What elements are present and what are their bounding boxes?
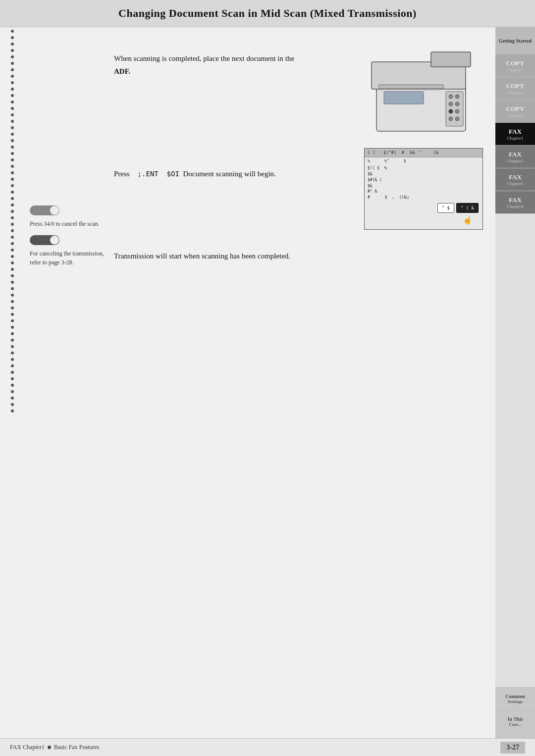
svg-point-6 — [449, 102, 453, 106]
bullet-dot — [11, 294, 14, 297]
images-column: ( ( $)"#( # %& '' (& % %" $ $!( $ % $& — [359, 37, 488, 751]
bullet-dot — [11, 409, 14, 412]
panel-row4: $& — [365, 171, 482, 177]
finger-icon: ☝ — [365, 215, 482, 225]
bullet-dot — [11, 107, 14, 110]
bullet-dot — [11, 390, 14, 393]
notes-column: Press 34/0 to cancel the scan. For cance… — [25, 37, 109, 751]
bullet-dot — [11, 158, 14, 161]
step-1-text: When scanning is completed, place the ne… — [114, 52, 354, 78]
sidebar-item-fax3[interactable]: FAX Chapter3 — [495, 168, 535, 191]
step-2-text: Press ;.ENT $OI Document scanning will b… — [114, 167, 354, 180]
panel-button-row: " $ " ( & — [365, 201, 482, 215]
sidebar-item-fax2[interactable]: FAX Chapter2 — [495, 146, 535, 168]
bullet-dot — [11, 68, 14, 71]
bullet-dot — [11, 306, 14, 309]
bullet-dot — [11, 197, 14, 200]
bullet-dot — [11, 261, 14, 264]
bullet-dot — [11, 171, 14, 174]
bullet-dot — [11, 43, 14, 46]
sidebar-item-common-settings[interactable]: Common Settings — [495, 688, 535, 710]
bullet-dot — [11, 358, 14, 361]
bullet-dot — [11, 364, 14, 367]
sidebar-item-copy3[interactable]: COPY Chapter3 — [495, 100, 535, 123]
main-area: Press 34/0 to cancel the scan. For cance… — [25, 27, 495, 756]
svg-point-11 — [455, 117, 459, 121]
bullet-dot — [11, 133, 14, 136]
steps-column: When scanning is completed, place the ne… — [109, 37, 359, 751]
bullet-dot — [11, 352, 14, 354]
bullet-dot — [11, 229, 14, 232]
bullet-dot — [11, 216, 14, 219]
bullet-dot — [11, 55, 14, 58]
panel-btn-2[interactable]: " ( & — [456, 203, 479, 213]
bullet-dot — [11, 384, 14, 387]
bullet-dot — [11, 223, 14, 226]
sidebar-item-copy1[interactable]: COPY Chapter1 — [495, 54, 535, 77]
bullet-dot — [11, 152, 14, 155]
bullet-dot — [11, 178, 14, 181]
sidebar-item-in-this-case[interactable]: In This Case... — [495, 710, 535, 733]
sidebar-item-fax1[interactable]: FAX Chapter1 — [495, 123, 535, 146]
note-1-toggle-icon — [30, 205, 59, 215]
svg-rect-12 — [379, 85, 443, 89]
bullet-dot — [11, 146, 14, 149]
panel-row2: % %" $ — [365, 157, 482, 165]
bullet-dot — [11, 287, 14, 290]
svg-rect-2 — [431, 52, 471, 67]
bullet-dot — [11, 397, 14, 400]
bullet-dot — [11, 236, 14, 239]
bullet-dot — [11, 36, 14, 39]
svg-rect-13 — [384, 92, 424, 104]
left-dots-column — [0, 27, 25, 756]
footer-info: FAX Chapter1 Basic Fax Features — [10, 744, 99, 751]
panel-row5: $#(& ( — [365, 177, 482, 183]
bullet-dot — [11, 62, 14, 65]
page-footer: FAX Chapter1 Basic Fax Features 3-27 — [0, 738, 535, 756]
bullet-dot — [11, 210, 14, 213]
panel-row6: $& — [365, 183, 482, 189]
panel-btn-1: " $ — [437, 203, 454, 213]
bullet-dot — [11, 126, 14, 129]
bullet-dot — [11, 274, 14, 277]
bullet-dot — [11, 81, 14, 84]
step-3-text: Transmission will start when scanning ha… — [114, 250, 354, 262]
bullet-dot — [11, 165, 14, 168]
svg-rect-3 — [446, 92, 463, 126]
panel-top-row: ( ( $)"#( # %& '' (& — [365, 149, 482, 157]
bullet-dot — [11, 139, 14, 142]
page-title: Changing Document Scan in Mid Scan (Mixe… — [118, 7, 417, 19]
bullet-dot — [11, 75, 14, 78]
sidebar-item-fax4[interactable]: FAX Chapter4 — [495, 191, 535, 214]
bullet-dot — [11, 88, 14, 91]
content-body: Press 34/0 to cancel the scan. For cance… — [0, 27, 535, 756]
bullet-dot — [11, 94, 14, 97]
svg-point-9 — [455, 109, 459, 113]
svg-point-10 — [449, 117, 453, 121]
note-2-toggle-icon — [30, 235, 59, 245]
bullet-dot — [11, 203, 14, 206]
panel-row3: $!( $ % — [365, 165, 482, 171]
bullet-dot — [11, 120, 14, 123]
bullet-dot — [11, 113, 14, 116]
scanner-svg — [367, 47, 481, 136]
bullet-dot — [11, 255, 14, 258]
bullet-dot — [11, 326, 14, 329]
panel-row8: #$ , ((&□ — [365, 194, 482, 201]
page-layout: Changing Document Scan in Mid Scan (Mixe… — [0, 0, 535, 756]
bullet-dot — [11, 281, 14, 284]
note-2-box: For canceling the transmission, refer to… — [30, 235, 109, 267]
sidebar-item-copy2[interactable]: COPY Chapter2 — [495, 77, 535, 100]
note-2-text: For canceling the transmission, refer to… — [30, 249, 109, 267]
bullet-dot — [11, 30, 14, 33]
step-2-section: Press ;.ENT $OI Document scanning will b… — [114, 167, 354, 180]
bullet-dot — [11, 300, 14, 303]
step-3-section: Transmission will start when scanning ha… — [114, 250, 354, 262]
svg-point-7 — [455, 102, 459, 106]
bullet-dot — [11, 49, 14, 52]
sidebar-item-getting-started[interactable]: Getting Started — [495, 27, 535, 54]
bullet-dot — [11, 249, 14, 252]
page-number: 3-27 — [500, 742, 525, 754]
bullet-dot — [11, 403, 14, 406]
bullet-dot — [11, 377, 14, 380]
